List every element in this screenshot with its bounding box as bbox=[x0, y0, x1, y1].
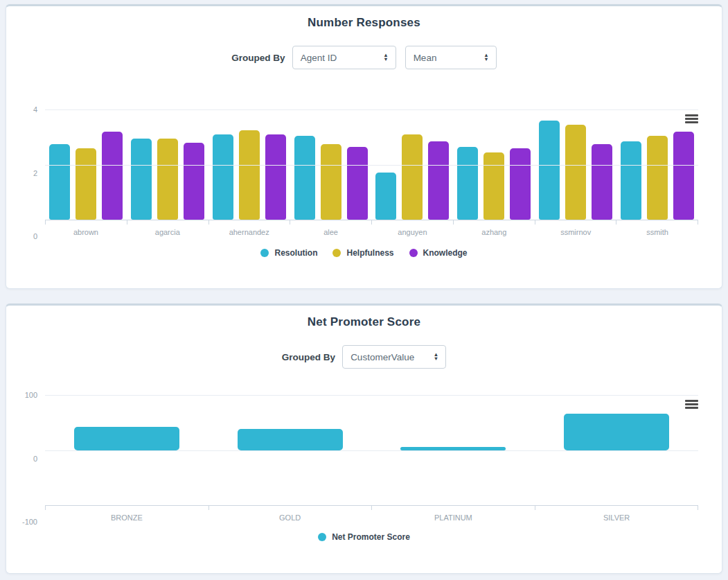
x-axis-label: PLATINUM bbox=[372, 513, 535, 522]
gridline bbox=[45, 165, 698, 166]
x-axis-label: SILVER bbox=[535, 513, 698, 522]
x-axis-ticks bbox=[45, 220, 698, 225]
y-axis-tick-label: 0 bbox=[33, 232, 37, 240]
legend-label: Net Promoter Score bbox=[332, 532, 410, 542]
chart-menu-icon[interactable] bbox=[685, 114, 698, 125]
chart-menu-icon[interactable] bbox=[685, 400, 698, 410]
bar-chart: -1000100 BRONZEGOLDPLATINUMSILVER bbox=[6, 395, 722, 522]
x-axis-label: ssmith bbox=[616, 228, 698, 236]
x-axis-label: alee bbox=[290, 228, 372, 236]
x-axis-tick bbox=[208, 506, 372, 510]
bar-helpfulness-ssmith bbox=[647, 136, 668, 220]
x-axis-tick bbox=[127, 220, 208, 225]
x-axis-label: BRONZE bbox=[45, 513, 208, 522]
bar-net-promoter-score-gold bbox=[238, 429, 343, 450]
gridline bbox=[45, 450, 698, 451]
aggregation-select-value: Mean bbox=[414, 53, 437, 63]
y-axis-tick-label: 4 bbox=[33, 105, 37, 114]
x-axis-label: abrown bbox=[45, 228, 127, 236]
bar-net-promoter-score-silver bbox=[564, 414, 669, 450]
x-axis-label: azhang bbox=[453, 228, 535, 236]
bar-helpfulness-ssmirnov bbox=[565, 125, 586, 220]
legend-dot-icon bbox=[260, 249, 269, 257]
legend-item-helpfulness[interactable]: Helpfulness bbox=[332, 248, 393, 258]
bar-knowledge-anguyen bbox=[428, 141, 449, 220]
x-axis-tick bbox=[535, 506, 698, 510]
x-axis-labels: abrownagarciaahernandezaleeanguyenazhang… bbox=[45, 228, 698, 236]
y-axis: 024 bbox=[6, 109, 45, 236]
bar-helpfulness-agarcia bbox=[157, 139, 178, 220]
bar-helpfulness-alee bbox=[321, 144, 341, 220]
x-axis-label: agarcia bbox=[127, 228, 208, 236]
controls-row: Grouped By CustomerValue ▲▼ bbox=[6, 345, 722, 369]
bar-resolution-azhang bbox=[457, 147, 478, 220]
x-axis-tick bbox=[453, 220, 535, 225]
x-axis-tick bbox=[371, 220, 453, 225]
group-by-select-value: CustomerValue bbox=[350, 352, 414, 362]
x-axis-labels: BRONZEGOLDPLATINUMSILVER bbox=[45, 513, 698, 522]
group-by-select-value: Agent ID bbox=[301, 53, 337, 63]
x-axis-ticks bbox=[45, 506, 698, 510]
plot-area bbox=[45, 395, 698, 506]
bar-resolution-anguyen bbox=[375, 173, 396, 220]
x-axis-tick bbox=[290, 220, 371, 225]
number-responses-card: Number Responses Grouped By Agent ID ▲▼ … bbox=[6, 4, 722, 289]
bar-knowledge-azhang bbox=[510, 148, 531, 220]
bar-knowledge-agarcia bbox=[184, 143, 204, 220]
y-axis-tick-label: 2 bbox=[33, 169, 37, 177]
grouped-bar-chart: 024 abrownagarciaahernandezaleeanguyenaz… bbox=[6, 109, 722, 236]
bar-helpfulness-azhang bbox=[483, 152, 504, 220]
bar-resolution-ahernandez bbox=[213, 134, 233, 220]
bar-knowledge-abrown bbox=[102, 132, 123, 220]
x-axis-tick bbox=[208, 220, 290, 225]
gridline bbox=[45, 395, 698, 396]
legend-dot-icon bbox=[318, 533, 326, 541]
y-axis: -1000100 bbox=[6, 395, 45, 522]
bar-resolution-ssmirnov bbox=[539, 121, 560, 220]
x-axis-label: anguyen bbox=[372, 228, 454, 236]
net-promoter-score-card: Net Promoter Score Grouped By CustomerVa… bbox=[6, 304, 722, 574]
select-arrows-icon: ▲▼ bbox=[383, 53, 388, 62]
select-arrows-icon: ▲▼ bbox=[434, 353, 438, 362]
x-axis-label: ahernandez bbox=[208, 228, 290, 236]
select-arrows-icon: ▲▼ bbox=[483, 53, 488, 62]
legend-item-resolution[interactable]: Resolution bbox=[260, 248, 317, 258]
legend-item-net-promoter-score[interactable]: Net Promoter Score bbox=[318, 532, 410, 542]
aggregation-select[interactable]: Mean ▲▼ bbox=[405, 46, 497, 69]
x-axis-tick bbox=[45, 220, 127, 225]
legend-item-knowledge[interactable]: Knowledge bbox=[409, 248, 468, 258]
grouped-by-label: Grouped By bbox=[282, 352, 335, 362]
bar-net-promoter-score-bronze bbox=[74, 427, 179, 450]
bar-knowledge-ssmith bbox=[673, 132, 694, 220]
legend-label: Resolution bbox=[274, 248, 317, 258]
x-axis-tick bbox=[371, 506, 535, 510]
group-by-select[interactable]: CustomerValue ▲▼ bbox=[342, 345, 446, 369]
legend-dot-icon bbox=[332, 249, 341, 257]
x-axis-tick bbox=[616, 220, 698, 225]
bar-helpfulness-ahernandez bbox=[239, 130, 260, 220]
x-axis-tick bbox=[45, 506, 208, 510]
bar-resolution-agarcia bbox=[131, 139, 152, 220]
bar-knowledge-alee bbox=[347, 147, 368, 220]
bar-helpfulness-anguyen bbox=[402, 134, 423, 220]
x-axis-tick bbox=[535, 220, 616, 225]
y-axis-tick-label: -100 bbox=[22, 518, 37, 526]
chart-title: Number Responses bbox=[6, 6, 722, 30]
bar-knowledge-ssmirnov bbox=[592, 144, 612, 220]
bar-resolution-abrown bbox=[49, 144, 70, 220]
chart-legend: ResolutionHelpfulnessKnowledge bbox=[6, 248, 722, 258]
bar-helpfulness-abrown bbox=[76, 148, 96, 220]
legend-label: Helpfulness bbox=[346, 248, 393, 258]
plot-area bbox=[45, 109, 698, 220]
gridline bbox=[45, 109, 698, 110]
grouped-by-label: Grouped By bbox=[231, 53, 285, 63]
bar-knowledge-ahernandez bbox=[265, 134, 286, 220]
legend-dot-icon bbox=[409, 249, 418, 257]
chart-legend: Net Promoter Score bbox=[6, 532, 722, 542]
legend-label: Knowledge bbox=[423, 248, 468, 258]
y-axis-tick-label: 0 bbox=[33, 455, 37, 463]
x-axis-label: ssmirnov bbox=[535, 228, 616, 236]
x-axis-label: GOLD bbox=[208, 513, 372, 522]
group-by-select[interactable]: Agent ID ▲▼ bbox=[292, 46, 396, 69]
bar-resolution-alee bbox=[294, 136, 315, 220]
